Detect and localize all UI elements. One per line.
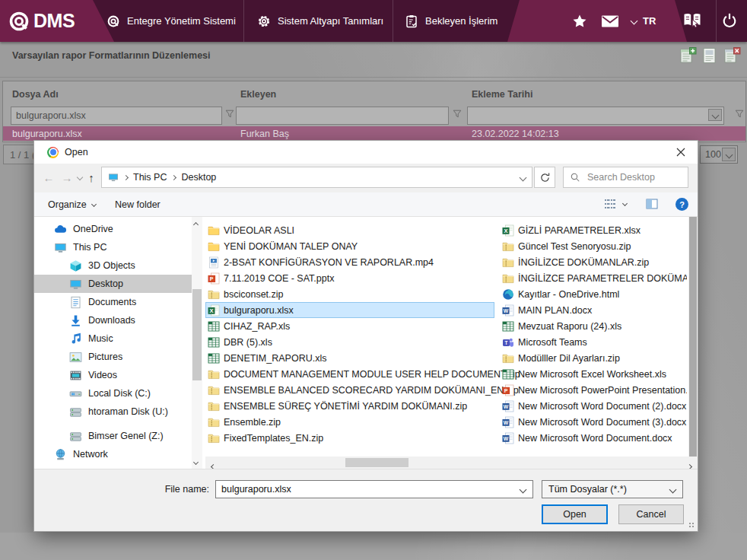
sidebar-item[interactable]: 3D Objects — [34, 256, 192, 275]
file-item[interactable]: VİDEOLAR ASLI — [205, 222, 494, 238]
sidebar-item[interactable]: htoraman Disk (U:) — [34, 402, 192, 421]
file-item[interactable]: New Microsoft Word Document.docx — [500, 430, 687, 446]
file-name: 7.11.2019 COE - SAT.pptx — [224, 273, 334, 284]
menu-integrated-management[interactable]: Entegre Yönetim Sistemi — [106, 0, 236, 42]
forward-button[interactable]: → — [59, 167, 75, 188]
sidebar-item[interactable]: Pictures — [34, 348, 192, 366]
sidebar-item[interactable]: Desktop — [34, 275, 192, 293]
sidebar-item[interactable]: Bimser Genel (Z:) — [34, 427, 192, 445]
view-mode-icon[interactable] — [604, 198, 616, 210]
file-name: Güncel Test Senoryosu.zip — [518, 241, 631, 252]
file-name-input[interactable] — [216, 481, 523, 498]
file-list-horizontal-scrollbar[interactable] — [205, 457, 698, 469]
filter-dosya-adi-input[interactable] — [11, 107, 221, 124]
chevron-down-icon — [77, 174, 83, 180]
page-size-dropdown[interactable] — [722, 148, 736, 161]
file-list-vertical-scrollbar[interactable] — [688, 217, 698, 457]
breadcrumb-this-pc[interactable]: This PC — [133, 172, 167, 183]
file-item[interactable]: New Microsoft PowerPoint Presentation.pp… — [500, 382, 687, 398]
favorites-button[interactable] — [572, 14, 587, 29]
help-button[interactable]: ? — [675, 198, 688, 211]
filter-ekleme-tarihi-input[interactable] — [468, 107, 723, 124]
file-item[interactable]: CIHAZ_RAP.xls — [205, 318, 494, 334]
file-item[interactable]: bulguraporu.xlsx — [205, 302, 494, 318]
file-name: FixedTemplates_EN.zip — [224, 433, 323, 444]
menu-system-infrastructure[interactable]: Sistem Altyapı Tanımları — [257, 0, 383, 42]
file-item[interactable]: DENETIM_RAPORU.xls — [205, 350, 494, 366]
file-item[interactable]: İNGİLİZCE DOKÜMANLAR.zip — [500, 254, 687, 270]
up-button[interactable]: ↑ — [83, 167, 100, 188]
open-button[interactable]: Open — [542, 504, 608, 524]
scroll-down-icon[interactable] — [193, 460, 199, 465]
qdms-logo[interactable]: DMS — [8, 0, 75, 42]
sidebar-item[interactable]: Videos — [34, 366, 192, 384]
messages-button[interactable] — [601, 14, 619, 28]
view-mode-dropdown-icon[interactable] — [622, 201, 628, 206]
sidebar-item[interactable]: Network — [34, 445, 192, 463]
logout-button[interactable] — [721, 12, 738, 29]
vertical-scrollbar-thumb[interactable] — [689, 217, 697, 457]
menu-pending-jobs[interactable]: Bekleyen İşlerim — [405, 0, 497, 42]
add-report-icon[interactable] — [679, 46, 697, 65]
file-item[interactable]: New Microsoft Word Document (2).docx — [500, 398, 687, 414]
sidebar-item[interactable]: Music — [34, 329, 192, 348]
file-item[interactable]: Ensemble.zip — [205, 414, 494, 430]
file-item[interactable]: 2-BSAT KONFİGÜRASYON VE RAPORLAR.mp4 — [205, 254, 494, 270]
file-item[interactable]: New Microsoft Word Document (3).docx — [500, 414, 687, 430]
file-item[interactable]: DOCUMENT MANAGEMENT MODULE USER HELP DOC… — [205, 366, 494, 382]
sidebar-scrollbar[interactable] — [192, 217, 202, 469]
filter-funnel-icon[interactable] — [225, 110, 234, 119]
sidebar-item[interactable]: Downloads — [34, 311, 192, 329]
file-item[interactable]: İNGİLİZCE PARAMETRELER DOKÜMANLARI.zip — [500, 270, 687, 286]
search-input[interactable] — [586, 171, 672, 183]
filter-funnel-icon[interactable] — [735, 110, 744, 119]
file-item[interactable]: 7.11.2019 COE - SAT.pptx — [205, 270, 494, 286]
view-report-icon[interactable] — [701, 46, 719, 65]
user-manual-button[interactable] — [682, 10, 703, 31]
sidebar-item[interactable]: Documents — [34, 293, 192, 311]
table-row-selected[interactable]: bulguraporu.xlsx Furkan Baş 23.02.2022 1… — [3, 126, 745, 141]
organize-button[interactable]: Organize — [48, 192, 96, 216]
delete-report-icon[interactable] — [723, 46, 741, 65]
file-item[interactable]: New Microsoft Excel Worksheet.xls — [500, 366, 687, 382]
cancel-button[interactable]: Cancel — [618, 504, 684, 524]
dialog-close-button[interactable] — [663, 141, 698, 164]
date-filter-dropdown[interactable] — [708, 109, 722, 121]
sidebar-item[interactable]: This PC — [34, 238, 192, 256]
sidebar-item[interactable]: OneDrive — [34, 220, 192, 238]
file-item[interactable]: ENSEMBLE BALANCED SCORECARD YARDIM DOKÜM… — [205, 382, 494, 398]
file-item[interactable]: Güncel Test Senoryosu.zip — [500, 238, 687, 254]
file-item[interactable]: Kayıtlar - OneDrive.html — [500, 286, 687, 302]
column-header-ekleyen[interactable]: Ekleyen — [240, 89, 276, 100]
file-item[interactable]: Mevzuat Raporu (24).xls — [500, 318, 687, 334]
column-header-ekleme-tarihi[interactable]: Ekleme Tarihi — [472, 89, 532, 100]
filter-funnel-icon[interactable] — [453, 110, 462, 119]
address-dropdown-icon[interactable] — [520, 173, 527, 181]
horizontal-scrollbar-thumb[interactable] — [345, 458, 408, 467]
file-item[interactable]: Modülller Dil Ayarları.zip — [500, 350, 687, 366]
refresh-button[interactable] — [534, 167, 555, 188]
file-item[interactable]: YENİ DOKÜMAN TALEP ONAY — [205, 238, 494, 254]
file-item[interactable]: DBR (5).xls — [205, 334, 494, 350]
file-type-select[interactable]: Tüm Dosyalar (*.*) — [542, 480, 683, 498]
address-breadcrumb[interactable]: This PC Desktop — [101, 167, 532, 188]
column-header-dosya-adi[interactable]: Dosya Adı — [12, 89, 59, 100]
file-item[interactable]: MAIN PLAN.docx — [500, 302, 687, 318]
file-item[interactable]: bsciconset.zip — [205, 286, 494, 302]
new-folder-button[interactable]: New folder — [115, 192, 161, 216]
filter-ekleyen-input[interactable] — [237, 107, 448, 124]
back-button[interactable]: ← — [40, 167, 57, 188]
sidebar-item[interactable]: Local Disk (C:) — [34, 384, 192, 402]
language-selector[interactable]: TR — [631, 0, 656, 42]
page-size-selector[interactable]: 100 — [700, 145, 738, 164]
breadcrumb-desktop[interactable]: Desktop — [181, 172, 216, 183]
this-pc-icon — [108, 172, 119, 183]
sidebar-scrollbar-thumb[interactable] — [192, 289, 202, 380]
scroll-up-icon[interactable] — [193, 222, 199, 228]
resize-grip[interactable] — [688, 522, 695, 528]
file-item[interactable]: FixedTemplates_EN.zip — [205, 430, 494, 446]
file-item[interactable]: ENSEMBLE SÜREÇ YÖNETİMİ YARDIM DOKÜMANI.… — [205, 398, 494, 414]
file-item[interactable]: GİZLİ PARAMETRELER.xlsx — [500, 222, 687, 238]
file-item[interactable]: Microsoft Teams — [500, 334, 687, 350]
preview-pane-icon[interactable] — [646, 198, 658, 210]
